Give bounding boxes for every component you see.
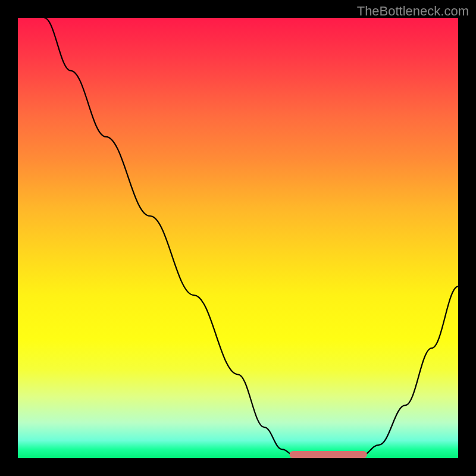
chart-container: TheBottleneck.com <box>0 0 476 476</box>
watermark-label: TheBottleneck.com <box>357 4 469 19</box>
bottleneck-curve <box>18 18 458 458</box>
plot-area <box>18 18 458 458</box>
curve-line <box>44 18 458 456</box>
